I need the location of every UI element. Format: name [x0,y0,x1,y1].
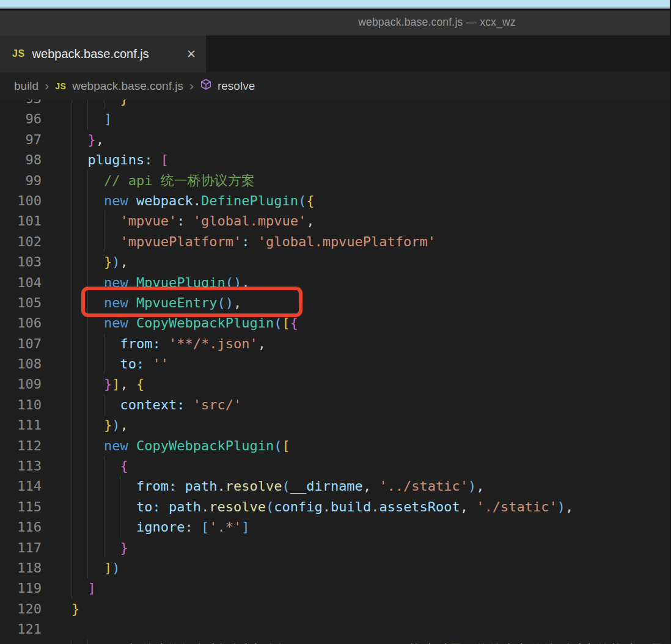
indent-guide [87,273,88,293]
line-number: 95 [0,100,42,109]
indent-guide [72,538,72,558]
line-number: 110 [0,395,42,415]
vscode-window: webpack.base.conf.js — xcx_wz JS webpack… [0,0,671,644]
indent-guide [72,170,72,191]
indent-guide [72,150,72,170]
indent-guide [72,109,72,129]
indent-guide [104,395,105,415]
code-line: 111 }), [0,415,670,435]
code-line: 100 new webpack.DefinePlugin({ [0,191,670,211]
code-line: 120} [0,599,670,619]
chevron-right-icon: › [189,78,194,93]
indent-guide [87,109,88,129]
indent-guide [120,517,120,537]
code-line: 103 }), [0,252,670,272]
indent-guide [72,100,72,109]
line-number: 120 [0,599,42,619]
breadcrumb-item-build[interactable]: build [14,79,38,93]
line-number: 118 [0,558,42,578]
line-number: 115 [0,497,42,517]
line-number: 100 [0,191,42,211]
code-line: 116 ignore: ['.*'] [0,517,670,537]
indent-guide [104,476,105,496]
line-number: 121 [0,619,42,639]
code-line: 108 to: '' [0,354,670,374]
line-number: 107 [0,334,42,354]
indent-guide [72,374,72,394]
indent-guide [104,497,105,517]
indent-guide [120,497,120,517]
indent-guide [72,640,72,644]
line-number: 113 [0,456,42,476]
line-number: 106 [0,313,42,333]
indent-guide [72,395,72,415]
indent-guide [87,374,88,394]
line-number: 117 [0,538,42,558]
code-line: 98 plugins: [ [0,150,670,170]
indent-guide [72,313,72,333]
line-number: 96 [0,109,42,129]
line-number: 111 [0,415,42,435]
indent-guide [87,476,88,496]
indent-guide [87,211,88,231]
line-number: 101 [0,211,42,231]
line-number: 103 [0,252,42,272]
indent-guide [87,517,88,537]
indent-guide [72,130,72,150]
line-number: 102 [0,232,42,252]
line-number: 119 [0,578,42,598]
line-number: 108 [0,354,42,374]
breadcrumb-item-resolve[interactable]: resolve [218,79,255,93]
tab-label: webpack.base.conf.js [32,47,182,61]
close-icon[interactable]: ✕ [186,47,196,61]
indent-guide [87,436,88,456]
indent-guide [87,313,88,333]
code-line: 95 } [0,100,670,109]
line-number: 104 [0,273,42,293]
indent-guide [87,334,88,354]
symbol-cube-icon [200,78,212,93]
code-line: 104 new MpvuePlugin(), [0,273,670,293]
code-line: 102 'mpvuePlatform': 'global.mpvuePlatfo… [0,232,670,252]
tab-webpack-base-conf[interactable]: JS webpack.base.conf.js ✕ [0,35,206,72]
indent-guide [72,497,72,517]
indent-guide [87,232,88,252]
indent-guide [104,334,105,354]
indent-guide [72,517,72,537]
code-line: 122 // 把静态资源复制到对应路径下 miniprogram 构建时需要将静… [0,640,670,644]
code-line: 114 from: path.resolve(__dirname, '../st… [0,476,670,496]
indent-guide [87,415,88,435]
indent-guide [87,497,88,517]
line-number: 97 [0,130,42,150]
indent-guide [72,293,72,313]
code-line: 110 context: 'src/' [0,395,670,415]
code-line: 117 } [0,538,670,558]
code-line: 96 ] [0,109,670,129]
window-title: webpack.base.conf.js — xcx_wz [263,16,611,29]
indent-guide [87,354,88,374]
desktop-strip [0,0,670,7]
code-line: 121 [0,619,670,639]
indent-guide [87,558,88,578]
indent-guide [87,100,88,109]
indent-guide [72,415,72,435]
line-number: 99 [0,170,42,191]
indent-guide [104,456,105,476]
indent-guide [87,640,88,644]
line-number: 98 [0,150,42,170]
indent-guide [72,232,72,252]
indent-guide [87,395,88,415]
indent-guide [72,252,72,272]
code-line: 106 new CopyWebpackPlugin([{ [0,313,670,333]
code-editor[interactable]: 95 }96 ]97 },98 plugins: [99 // api 统一桥协… [0,100,670,644]
indent-guide [72,334,72,354]
code-line: 109 }], { [0,374,670,394]
breadcrumb: build › JS webpack.base.conf.js › resolv… [0,72,670,100]
breadcrumb-item-file[interactable]: webpack.base.conf.js [72,79,183,93]
line-number: 114 [0,476,42,496]
indent-guide [104,232,105,252]
indent-guide [104,100,105,109]
indent-guide [72,191,72,211]
code-line: 105 new MpvueEntry(), [0,293,670,313]
title-bar[interactable]: webpack.base.conf.js — xcx_wz [0,10,670,35]
